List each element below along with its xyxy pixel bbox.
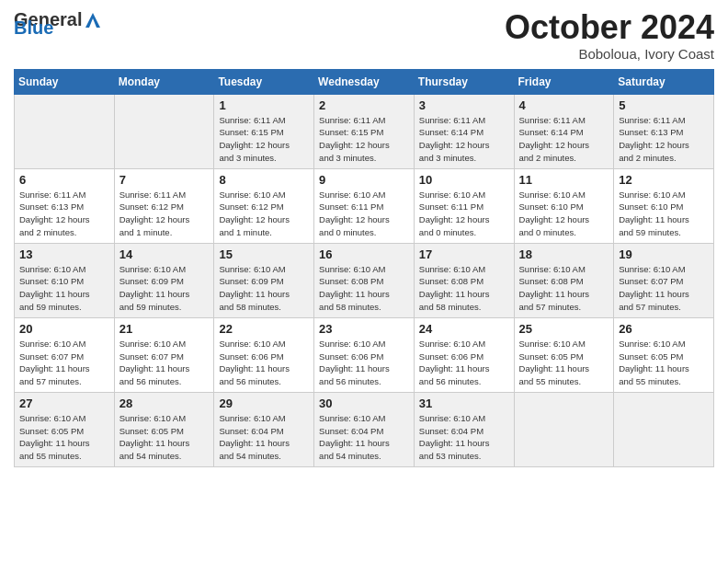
day-number: 23 — [319, 322, 409, 336]
calendar-cell: 16Sunrise: 6:10 AMSunset: 6:08 PMDayligh… — [314, 243, 415, 317]
day-info: Sunrise: 6:10 AMSunset: 6:10 PMDaylight:… — [519, 189, 609, 239]
calendar-cell: 14Sunrise: 6:10 AMSunset: 6:09 PMDayligh… — [114, 243, 214, 317]
calendar-cell: 31Sunrise: 6:10 AMSunset: 6:04 PMDayligh… — [414, 392, 514, 466]
day-number: 26 — [619, 322, 709, 336]
calendar-cell: 13Sunrise: 6:10 AMSunset: 6:10 PMDayligh… — [15, 243, 115, 317]
day-info: Sunrise: 6:10 AMSunset: 6:05 PMDaylight:… — [19, 412, 109, 463]
day-info: Sunrise: 6:11 AMSunset: 6:15 PMDaylight:… — [219, 114, 309, 165]
calendar-cell — [114, 94, 214, 168]
calendar-cell: 15Sunrise: 6:10 AMSunset: 6:09 PMDayligh… — [214, 243, 314, 317]
calendar-cell: 20Sunrise: 6:10 AMSunset: 6:07 PMDayligh… — [15, 317, 115, 392]
day-info: Sunrise: 6:11 AMSunset: 6:14 PMDaylight:… — [519, 114, 609, 165]
calendar-cell: 22Sunrise: 6:10 AMSunset: 6:06 PMDayligh… — [214, 317, 314, 392]
month-title: October 2024 — [505, 9, 714, 46]
day-number: 24 — [419, 322, 509, 336]
weekday-header-thursday: Thursday — [414, 69, 514, 94]
day-number: 27 — [19, 396, 109, 410]
day-number: 3 — [419, 98, 509, 112]
calendar-week-row: 1Sunrise: 6:11 AMSunset: 6:15 PMDaylight… — [15, 94, 714, 168]
day-number: 1 — [219, 98, 309, 112]
day-info: Sunrise: 6:10 AMSunset: 6:05 PMDaylight:… — [519, 338, 609, 388]
day-info: Sunrise: 6:10 AMSunset: 6:11 PMDaylight:… — [319, 189, 409, 239]
calendar-cell: 17Sunrise: 6:10 AMSunset: 6:08 PMDayligh… — [414, 243, 514, 317]
calendar-cell: 5Sunrise: 6:11 AMSunset: 6:13 PMDaylight… — [614, 94, 714, 168]
day-info: Sunrise: 6:10 AMSunset: 6:10 PMDaylight:… — [19, 263, 109, 314]
weekday-header-sunday: Sunday — [15, 69, 115, 94]
calendar-cell: 21Sunrise: 6:10 AMSunset: 6:07 PMDayligh… — [114, 317, 214, 392]
title-area: October 2024 Boboloua, Ivory Coast — [505, 9, 714, 62]
calendar-week-row: 27Sunrise: 6:10 AMSunset: 6:05 PMDayligh… — [15, 392, 714, 466]
day-number: 13 — [19, 247, 109, 261]
day-number: 12 — [619, 173, 709, 187]
calendar-cell: 11Sunrise: 6:10 AMSunset: 6:10 PMDayligh… — [514, 168, 614, 243]
day-number: 30 — [319, 396, 409, 410]
day-number: 21 — [119, 322, 210, 336]
calendar-cell: 12Sunrise: 6:10 AMSunset: 6:10 PMDayligh… — [614, 168, 714, 243]
calendar-cell — [15, 94, 115, 168]
calendar-cell: 27Sunrise: 6:10 AMSunset: 6:05 PMDayligh… — [15, 392, 115, 466]
calendar-cell: 26Sunrise: 6:10 AMSunset: 6:05 PMDayligh… — [614, 317, 714, 392]
weekday-header-monday: Monday — [114, 69, 214, 94]
calendar-cell: 6Sunrise: 6:11 AMSunset: 6:13 PMDaylight… — [15, 168, 115, 243]
logo-text-blue: Blue — [14, 17, 53, 39]
calendar-week-row: 6Sunrise: 6:11 AMSunset: 6:13 PMDaylight… — [15, 168, 714, 243]
day-info: Sunrise: 6:10 AMSunset: 6:05 PMDaylight:… — [619, 338, 709, 388]
calendar-cell: 1Sunrise: 6:11 AMSunset: 6:15 PMDaylight… — [214, 94, 314, 168]
day-info: Sunrise: 6:10 AMSunset: 6:11 PMDaylight:… — [419, 189, 509, 239]
header: General Blue October 2024 Boboloua, Ivor… — [14, 9, 714, 62]
calendar-cell: 23Sunrise: 6:10 AMSunset: 6:06 PMDayligh… — [314, 317, 415, 392]
calendar-cell: 9Sunrise: 6:10 AMSunset: 6:11 PMDaylight… — [314, 168, 415, 243]
day-info: Sunrise: 6:10 AMSunset: 6:04 PMDaylight:… — [219, 412, 309, 463]
day-number: 22 — [219, 322, 309, 336]
calendar-cell: 8Sunrise: 6:10 AMSunset: 6:12 PMDaylight… — [214, 168, 314, 243]
calendar-cell: 24Sunrise: 6:10 AMSunset: 6:06 PMDayligh… — [414, 317, 514, 392]
day-info: Sunrise: 6:10 AMSunset: 6:07 PMDaylight:… — [119, 338, 210, 388]
day-number: 19 — [619, 247, 709, 261]
day-number: 29 — [219, 396, 309, 410]
day-number: 8 — [219, 173, 309, 187]
calendar-cell: 25Sunrise: 6:10 AMSunset: 6:05 PMDayligh… — [514, 317, 614, 392]
day-info: Sunrise: 6:10 AMSunset: 6:04 PMDaylight:… — [319, 412, 409, 463]
day-number: 14 — [119, 247, 210, 261]
calendar-cell — [614, 392, 714, 466]
calendar-cell: 29Sunrise: 6:10 AMSunset: 6:04 PMDayligh… — [214, 392, 314, 466]
day-number: 6 — [19, 173, 109, 187]
day-number: 9 — [319, 173, 409, 187]
calendar-cell: 18Sunrise: 6:10 AMSunset: 6:08 PMDayligh… — [514, 243, 614, 317]
logo-area: General Blue — [14, 9, 102, 39]
weekday-header-row: SundayMondayTuesdayWednesdayThursdayFrid… — [15, 69, 714, 94]
calendar-cell: 3Sunrise: 6:11 AMSunset: 6:14 PMDaylight… — [414, 94, 514, 168]
day-number: 7 — [119, 173, 210, 187]
calendar-cell: 30Sunrise: 6:10 AMSunset: 6:04 PMDayligh… — [314, 392, 415, 466]
day-info: Sunrise: 6:10 AMSunset: 6:07 PMDaylight:… — [619, 263, 709, 314]
day-info: Sunrise: 6:10 AMSunset: 6:08 PMDaylight:… — [419, 263, 509, 314]
day-info: Sunrise: 6:11 AMSunset: 6:15 PMDaylight:… — [319, 114, 409, 165]
calendar-week-row: 13Sunrise: 6:10 AMSunset: 6:10 PMDayligh… — [15, 243, 714, 317]
day-info: Sunrise: 6:10 AMSunset: 6:07 PMDaylight:… — [19, 338, 109, 388]
calendar-table: SundayMondayTuesdayWednesdayThursdayFrid… — [14, 69, 714, 467]
day-info: Sunrise: 6:10 AMSunset: 6:09 PMDaylight:… — [119, 263, 210, 314]
day-info: Sunrise: 6:10 AMSunset: 6:08 PMDaylight:… — [319, 263, 409, 314]
weekday-header-saturday: Saturday — [614, 69, 714, 94]
day-info: Sunrise: 6:10 AMSunset: 6:06 PMDaylight:… — [319, 338, 409, 388]
day-info: Sunrise: 6:11 AMSunset: 6:13 PMDaylight:… — [619, 114, 709, 165]
day-number: 25 — [519, 322, 609, 336]
calendar-cell: 4Sunrise: 6:11 AMSunset: 6:14 PMDaylight… — [514, 94, 614, 168]
day-info: Sunrise: 6:10 AMSunset: 6:09 PMDaylight:… — [219, 263, 309, 314]
calendar-cell: 7Sunrise: 6:11 AMSunset: 6:12 PMDaylight… — [114, 168, 214, 243]
day-info: Sunrise: 6:10 AMSunset: 6:12 PMDaylight:… — [219, 189, 309, 239]
day-number: 10 — [419, 173, 509, 187]
location-subtitle: Boboloua, Ivory Coast — [505, 46, 714, 62]
day-number: 20 — [19, 322, 109, 336]
day-info: Sunrise: 6:11 AMSunset: 6:13 PMDaylight:… — [19, 189, 109, 239]
day-number: 17 — [419, 247, 509, 261]
day-number: 31 — [419, 396, 509, 410]
day-info: Sunrise: 6:11 AMSunset: 6:14 PMDaylight:… — [419, 114, 509, 165]
day-info: Sunrise: 6:10 AMSunset: 6:05 PMDaylight:… — [119, 412, 210, 463]
day-number: 2 — [319, 98, 409, 112]
day-info: Sunrise: 6:11 AMSunset: 6:12 PMDaylight:… — [119, 189, 210, 239]
logo-icon — [84, 11, 102, 29]
calendar-cell — [514, 392, 614, 466]
day-info: Sunrise: 6:10 AMSunset: 6:10 PMDaylight:… — [619, 189, 709, 239]
day-number: 16 — [319, 247, 409, 261]
